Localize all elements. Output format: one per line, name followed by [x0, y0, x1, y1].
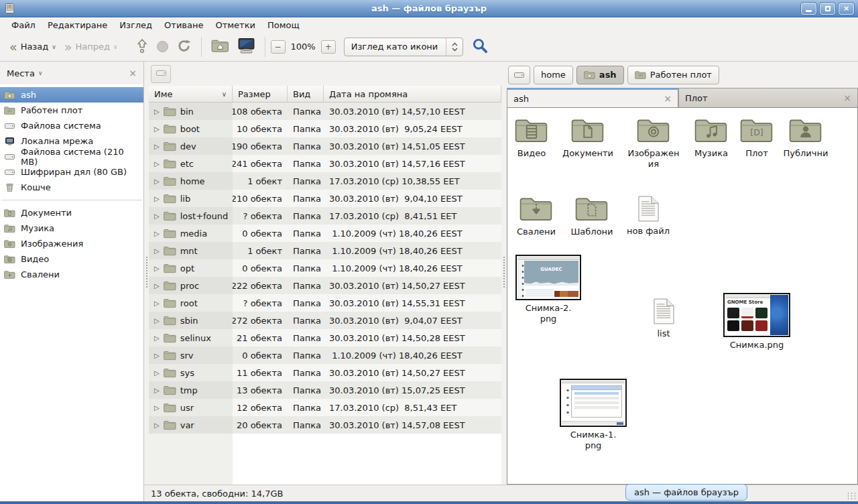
icon-item-11[interactable]: GNOME StoreСнимка.png	[727, 293, 787, 351]
expander-icon[interactable]: ▷	[154, 300, 160, 307]
table-row[interactable]: ▷root? обектаПапка30.03.2010 (вт) 14,55,…	[149, 294, 501, 312]
icon-item-1[interactable]: Документи	[558, 117, 618, 159]
expander-icon[interactable]: ▷	[154, 317, 160, 324]
menu-item-4[interactable]: Отметки	[209, 19, 261, 32]
sidebar-close-icon[interactable]: ×	[129, 68, 137, 78]
column-header-2[interactable]: Вид	[288, 86, 324, 102]
expander-icon[interactable]: ▷	[154, 352, 160, 359]
icon-item-8[interactable]: нов файл	[618, 196, 678, 237]
sidebar-item-video[interactable]: Видео	[0, 251, 143, 267]
table-row[interactable]: ▷dev190 обектаПапка30.03.2010 (вт) 14,51…	[149, 137, 501, 155]
tab-close-icon[interactable]: ×	[843, 92, 851, 103]
expander-icon[interactable]: ▷	[154, 387, 160, 394]
icon-item-9[interactable]: GUADECСнимка-2. png	[518, 255, 578, 324]
expander-icon[interactable]: ▷	[154, 143, 160, 150]
sidebar-item-documents[interactable]: Документи	[0, 205, 143, 220]
sidebar-item-music[interactable]: Музика	[0, 220, 143, 236]
expander-icon[interactable]: ▷	[154, 160, 160, 168]
sidebar-header-dropdown-icon[interactable]: ∨	[38, 70, 43, 76]
tab-0[interactable]: ash×	[507, 88, 678, 107]
icon-item-10[interactable]: list	[633, 298, 694, 339]
menu-item-3[interactable]: Отиване	[158, 19, 209, 32]
home-button[interactable]	[207, 36, 233, 58]
menu-item-0[interactable]: Файл	[5, 19, 42, 32]
expander-icon[interactable]: ▷	[154, 422, 160, 429]
table-row[interactable]: ▷srv0 обектаПапка 1.10.2009 (чт) 18,40,2…	[149, 346, 501, 364]
icon-item-0[interactable]: Видео	[507, 117, 562, 159]
sidebar-item-desktop[interactable]: [D]Работен плот	[0, 103, 143, 118]
breadcrumb-root-drive[interactable]	[508, 66, 530, 84]
maximize-button[interactable]	[820, 3, 835, 15]
table-row[interactable]: ▷mnt1 обектПапка 1.10.2009 (чт) 18,40,26…	[149, 242, 501, 259]
resize-grip[interactable]	[847, 492, 856, 500]
sidebar-item-trash[interactable]: Кошче	[0, 180, 143, 195]
forward-button[interactable]: » Напред ∨	[60, 38, 122, 55]
sidebar-item-downloads[interactable]: Свалени	[0, 267, 143, 282]
close-button[interactable]: ×	[839, 3, 854, 15]
expander-icon[interactable]: ▷	[154, 247, 160, 255]
icon-item-7[interactable]: Шаблони	[562, 196, 622, 237]
expander-icon[interactable]: ▷	[154, 265, 160, 272]
expander-icon[interactable]: ▷	[154, 212, 160, 220]
breadcrumb-home-dir[interactable]: home	[534, 66, 573, 84]
table-row[interactable]: ▷proc222 обектаПапка30.03.2010 (вт) 14,5…	[149, 277, 501, 294]
expander-icon[interactable]: ▷	[154, 334, 160, 342]
pane-splitter-left[interactable]	[144, 62, 149, 485]
menu-item-1[interactable]: Редактиране	[42, 19, 113, 32]
column-header-0[interactable]: Име∨	[149, 86, 233, 102]
icon-item-5[interactable]: Публични	[776, 117, 836, 159]
sidebar-item-ash[interactable]: ash	[0, 87, 143, 103]
column-header-1[interactable]: Размер	[233, 86, 288, 102]
table-row[interactable]: ▷selinux21 обектаПапка30.03.2010 (вт) 14…	[149, 329, 501, 346]
back-button[interactable]: « Назад ∨	[5, 38, 60, 55]
expander-icon[interactable]: ▷	[154, 282, 160, 290]
table-row[interactable]: ▷tmp13 обектаПапка30.03.2010 (вт) 15,07,…	[149, 381, 501, 399]
computer-button[interactable]	[233, 34, 259, 60]
column-header-3[interactable]: Дата на промяна	[324, 86, 501, 102]
table-row[interactable]: ▷bin108 обектаПапка30.03.2010 (вт) 14,57…	[149, 103, 501, 120]
table-row[interactable]: ▷sbin272 обектаПапка30.03.2010 (вт) 9,04…	[149, 312, 501, 329]
view-mode-select[interactable]: Изглед като икони	[344, 38, 464, 56]
icon-item-6[interactable]: Свалени	[507, 196, 566, 237]
tab-close-icon[interactable]: ×	[664, 93, 672, 104]
table-empty-area[interactable]	[149, 434, 501, 485]
zoom-out-button[interactable]: −	[271, 40, 286, 54]
zoom-in-button[interactable]: +	[321, 40, 336, 54]
sidebar-item-encrypted-80gb[interactable]: Шифриран дял (80 GB)	[0, 164, 143, 180]
table-row[interactable]: ▷media0 обектаПапка 1.10.2009 (чт) 18,40…	[149, 225, 501, 242]
expander-icon[interactable]: ▷	[154, 125, 160, 133]
breadcrumb-desktop[interactable]: [D]Работен плот	[627, 66, 719, 84]
sidebar-item-filesystem[interactable]: Файлова система	[0, 118, 143, 133]
icon-item-12[interactable]: Снимка-1. png	[563, 379, 623, 451]
stop-button[interactable]	[153, 38, 172, 56]
expander-icon[interactable]: ▷	[154, 404, 160, 412]
tab-1[interactable]: Плот×	[678, 88, 858, 107]
expander-icon[interactable]: ▷	[154, 178, 160, 185]
table-row[interactable]: ▷lost+found? обектаПапка17.03.2010 (ср) …	[149, 207, 501, 225]
table-row[interactable]: ▷lib210 обектаПапка30.03.2010 (вт) 9,04,…	[149, 190, 501, 207]
menu-item-2[interactable]: Изглед	[113, 19, 158, 32]
sidebar-item-filesystem-210mb[interactable]: Файлова система (210 MB)	[0, 149, 143, 164]
icon-view[interactable]: ВидеоДокументиИзображен ияМузика[D]ПлотП…	[507, 107, 858, 485]
table-row[interactable]: ▷opt0 обектаПапка 1.10.2009 (чт) 18,40,2…	[149, 259, 501, 277]
table-row[interactable]: ▷sys11 обектаПапка30.03.2010 (вт) 14,50,…	[149, 364, 501, 381]
table-row[interactable]: ▷home1 обектПапка17.03.2010 (ср) 10,38,5…	[149, 172, 501, 190]
expander-icon[interactable]: ▷	[154, 369, 160, 377]
expander-icon[interactable]: ▷	[154, 108, 160, 115]
icon-item-2[interactable]: Изображен ия	[623, 117, 684, 170]
breadcrumb-ash[interactable]: ash	[576, 66, 624, 84]
sidebar-item-pictures[interactable]: Изображения	[0, 236, 143, 251]
sidebar-header-label[interactable]: Места	[7, 68, 35, 78]
menu-item-5[interactable]: Помощ	[261, 19, 306, 32]
table-row[interactable]: ▷usr12 обектаПапка17.03.2010 (ср) 8,51,4…	[149, 399, 501, 416]
table-row[interactable]: ▷boot10 обектаПапка30.03.2010 (вт) 9,05,…	[149, 120, 501, 137]
search-button[interactable]	[471, 37, 489, 56]
up-button[interactable]	[131, 34, 153, 60]
expander-icon[interactable]: ▷	[154, 195, 160, 202]
minimize-button[interactable]	[801, 3, 816, 15]
pane-splitter-right[interactable]	[501, 62, 507, 485]
expander-icon[interactable]: ▷	[154, 230, 160, 237]
table-row[interactable]: ▷var20 обектаПапка30.03.2010 (вт) 14,57,…	[149, 416, 501, 434]
back-dropdown-icon[interactable]: ∨	[52, 44, 56, 50]
root-drive-button[interactable]	[151, 65, 171, 83]
